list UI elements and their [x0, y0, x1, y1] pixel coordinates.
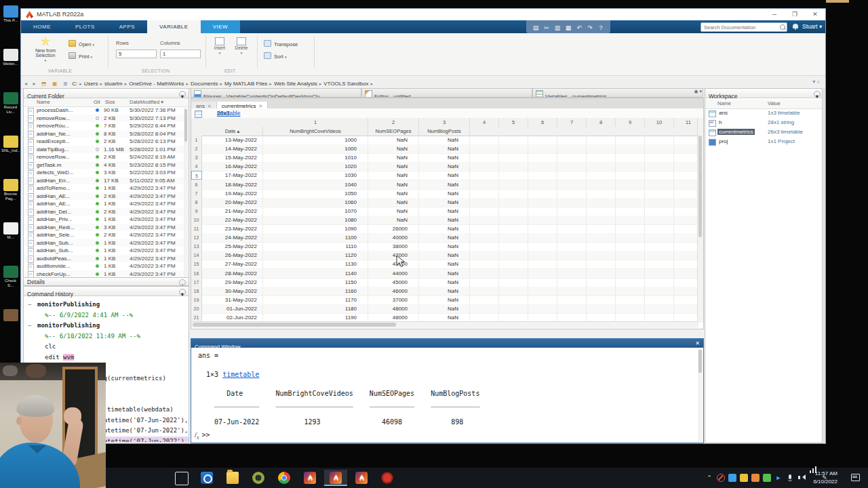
current-folder-scrollbar[interactable] [184, 108, 188, 277]
breadcrumb-segment[interactable]: stuartm [104, 81, 123, 87]
command-window-scrollbar[interactable] [698, 348, 703, 442]
file-row[interactable]: getTask.m4 KB5/23/2022 8:15 PM [24, 161, 189, 169]
desktop-icon[interactable]: M... [1, 222, 20, 245]
panel-menu-icon[interactable]: ▾ [814, 91, 821, 98]
tray-tray-green[interactable] [763, 474, 771, 482]
details-bar[interactable]: Details ▴ [23, 277, 189, 286]
desktop-icon[interactable] [1, 309, 20, 331]
open-button[interactable]: Open ▾ [68, 40, 94, 47]
file-row[interactable]: audioIdPeas...1 KB4/29/2022 3:47 PM [24, 255, 189, 263]
tray-tray-blocked[interactable] [717, 474, 725, 482]
breadcrumb-segment[interactable]: C: [72, 81, 77, 87]
tray-onedrive[interactable]: ► [774, 474, 783, 482]
file-row[interactable]: readExcepti...2 KB5/28/2022 6:13 PM [24, 138, 189, 146]
ribbon-tab-plots[interactable]: PLOTS [63, 20, 107, 33]
ribbon-tab-view[interactable]: VIEW [201, 20, 240, 33]
file-row[interactable]: addHan_AE...2 KB4/29/2022 3:47 PM [24, 192, 189, 201]
timetable-row[interactable]: 1628-May-2022114044000NaN [191, 269, 703, 279]
details-collapse-icon[interactable]: ▴ [179, 279, 186, 286]
document-titlebar-fig[interactable]: Figures - VariableContentsOnDefaultDeskt… [191, 88, 361, 98]
taskbar-matlab-2[interactable] [350, 470, 373, 486]
taskbar-chrome[interactable] [273, 470, 296, 486]
timetable-link[interactable]: timetable [222, 371, 259, 378]
file-row[interactable]: addHan_Priv...1 KB4/29/2022 3:47 PM [24, 216, 189, 224]
panel-menu-icon[interactable]: ▾ [179, 91, 186, 98]
user-menu[interactable]: Stuart ▾ [802, 20, 822, 33]
column-number-header[interactable]: 1234567891011 [191, 118, 703, 127]
taskbar-outlook[interactable] [195, 470, 218, 486]
history-entry[interactable]: %-- 6/10/2022 11:49 AM --% [24, 331, 189, 342]
ribbon-tab-apps[interactable]: APPS [107, 20, 147, 33]
transpose-button[interactable]: Transpose [264, 40, 298, 47]
file-row[interactable]: addHan_Sele...2 KB4/29/2022 3:47 PM [24, 231, 189, 239]
file-row[interactable]: addHan_Sub...1 KB4/29/2022 3:47 PM [24, 247, 189, 255]
timetable-row[interactable]: 113-May-20221000NaNNaN [191, 136, 703, 145]
vertical-scrollbar[interactable] [697, 118, 703, 323]
workspace-variable-currentmetrics[interactable]: currentmetrics26x3 timetable [705, 127, 823, 137]
timetable-row[interactable]: 1527-May-2022113043000NaN [191, 260, 703, 269]
dock-controls-icon[interactable]: ◉ ▾ [694, 89, 702, 94]
file-row[interactable]: dateTipBug...1.16 MB5/28/2022 1:01 PM [24, 146, 189, 154]
delete-button[interactable]: Delete▾ [233, 37, 250, 55]
timetable-row[interactable]: 1325-May-2022111038000NaN [191, 242, 703, 251]
column-name-header[interactable]: Date ▴NumBrightCoveVideosNumSEOPagesNumB… [191, 127, 703, 136]
command-history-title-bar[interactable]: Command History ▾ [24, 287, 189, 296]
timetable-type-link[interactable]: timetable [217, 110, 241, 117]
taskbar-app-green[interactable] [247, 470, 270, 486]
breadcrumb[interactable]: C:▸Users▸stuartm▸OneDrive - MathWorks▸Do… [72, 76, 375, 87]
addressbar-menu-icon[interactable]: ▾ ⌕ [812, 76, 820, 88]
close-button[interactable]: ✕ [805, 9, 825, 20]
collapsed-panel-strip[interactable] [822, 88, 825, 443]
panel-menu-icon[interactable]: ▾ [179, 289, 186, 296]
timetable-row[interactable]: 315-May-20221010NaNNaN [191, 153, 703, 163]
insert-button[interactable]: Insert▾ [211, 37, 229, 55]
print-button[interactable]: Print ▾ [68, 52, 92, 60]
tray-tray-yellow[interactable] [740, 474, 748, 482]
file-row[interactable]: addHan_Ne...8 KB5/28/2022 8:04 PM [24, 130, 189, 138]
taskbar-task-view[interactable] [170, 470, 193, 486]
timetable-row[interactable]: 416-May-20221020NaNNaN [191, 162, 703, 171]
timetable-grid[interactable]: 113-May-20221000NaNNaN214-May-20221000Na… [191, 136, 703, 322]
desktop-icon[interactable]: Check S... [1, 266, 20, 288]
history-entry[interactable]: clc [24, 342, 189, 352]
taskbar-matlab-active[interactable] [324, 470, 347, 486]
file-row[interactable]: addToRemo...1 KB4/29/2022 3:47 PM [24, 184, 189, 192]
notification-bell-icon[interactable] [793, 24, 798, 28]
timetable-row[interactable]: 921-May-20221070NaNNaN [191, 207, 703, 216]
file-row[interactable]: addHan_Sub...1 KB4/29/2022 3:47 PM [24, 239, 189, 247]
workspace-variable-proj[interactable]: proj1x1 Project [705, 137, 823, 146]
file-row[interactable]: removeRow...2 KB5/30/2022 7:13 PM [24, 115, 189, 123]
timetable-row[interactable]: 1224-May-2022110040000NaN [191, 233, 703, 243]
file-row[interactable]: addHan_Redi...3 KB4/29/2022 3:47 PM [24, 224, 189, 232]
document-titlebar-vars[interactable]: Variables - currentmetrics [532, 88, 703, 98]
ribbon-tab-home[interactable]: HOME [21, 20, 63, 33]
timetable-row[interactable]: 1729-May-2022115045000NaN [191, 278, 703, 287]
rows-field[interactable] [116, 49, 157, 58]
columns-field[interactable] [160, 49, 201, 58]
close-panel-icon[interactable]: ✕ [695, 339, 700, 348]
command-prompt[interactable]: fx>> [194, 431, 210, 441]
breadcrumb-segment[interactable]: Web Site Analysis [274, 81, 317, 87]
desktop-icon[interactable]: Record Liv... [1, 92, 20, 115]
breadcrumb-segment[interactable]: Documents [191, 81, 218, 87]
file-row[interactable]: auditionvide...1 KB4/29/2022 3:47 PM [24, 262, 189, 270]
history-entry[interactable]: monitorPublishing [24, 321, 189, 331]
file-row[interactable]: removeRou...7 KB5/29/2022 6:44 PM [24, 122, 189, 130]
file-row[interactable]: processDash...90 KB5/30/2022 7:36 PM [24, 106, 189, 115]
file-row[interactable]: addHan_AE...1 KB4/29/2022 3:47 PM [24, 200, 189, 208]
desktop-icon[interactable]: This P... [1, 5, 20, 28]
taskbar-file-explorer[interactable] [221, 470, 244, 486]
workspace-title-bar[interactable]: Workspace ▾ [705, 89, 823, 98]
timetable-row[interactable]: 214-May-20221000NaNNaN [191, 144, 703, 154]
taskbar-matlab[interactable] [298, 470, 321, 486]
desktop-icon[interactable]: Bronze Pag... [1, 179, 20, 201]
search-box[interactable] [701, 22, 787, 32]
breadcrumb-segment[interactable]: My MATLAB Files [224, 81, 267, 87]
sort-button[interactable]: Sort ▾ [264, 52, 286, 60]
breadcrumb-segment[interactable]: VTOOLS Sandbox [323, 81, 368, 87]
timetable-row[interactable]: 1123-May-2022109026000NaN [191, 224, 703, 234]
breadcrumb-segment[interactable]: OneDrive - MathWorks [129, 81, 184, 87]
history-entry[interactable]: %-- 6/9/2022 4:41 AM --% [24, 310, 189, 321]
file-row[interactable]: defects_WeD...3 KB5/22/2022 3:03 PM [24, 169, 189, 177]
workspace-columns[interactable]: Name Value [705, 100, 823, 109]
